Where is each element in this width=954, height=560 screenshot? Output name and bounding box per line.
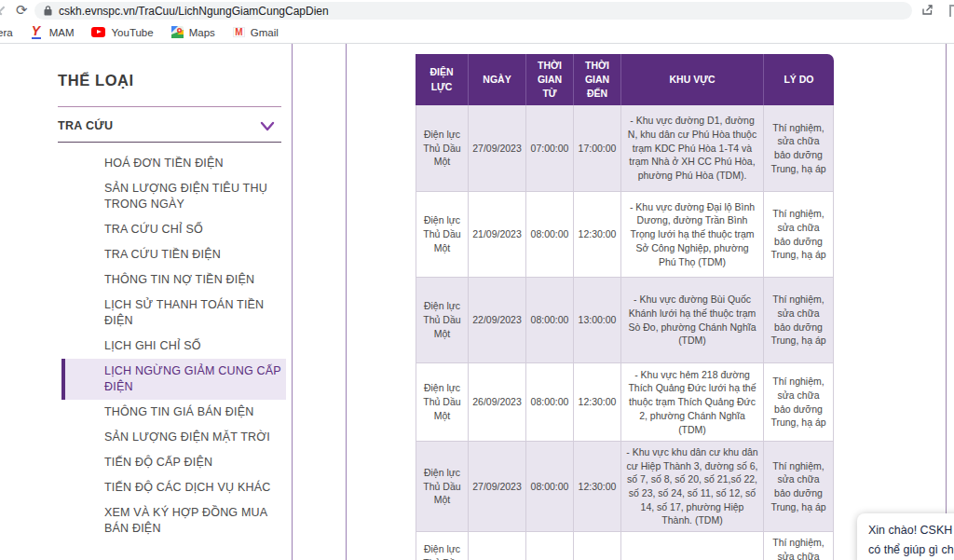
bookmark-youtube[interactable]: YouTube	[91, 27, 153, 38]
bookmark-mam[interactable]: Y MAM	[31, 26, 75, 39]
cell-thoi-gian-den: 12:30:00	[574, 363, 621, 442]
url-bar[interactable]: cskh.evnspc.vn/TraCuu/LichNgungGiamCungC…	[34, 2, 912, 20]
section-divider	[58, 142, 281, 143]
url-text[interactable]: cskh.evnspc.vn/TraCuu/LichNgungGiamCungC…	[59, 5, 329, 18]
sidebar-menu: HOÁ ĐƠN TIỀN ĐIỆN SẢN LƯỢNG ĐIỆN TIÊU TH…	[0, 151, 286, 541]
table-header-cell: NGÀY	[469, 54, 526, 105]
menu-item-label: THÔNG TIN NỢ TIỀN ĐIỆN	[104, 273, 254, 286]
bookmark-label: Maps	[189, 27, 215, 38]
cell-dien-luc: Điện lực Thủ Dầu Một	[416, 442, 469, 532]
table-row: Điện lực Thủ Dầu Một 26/09/2023 08:00:00…	[416, 363, 834, 442]
cell-ngay: 27/09/2023	[469, 442, 526, 532]
cell-ly-do: Thí nghiệm, sửa chữa bảo dưỡng Trung, hạ…	[764, 105, 834, 192]
sidebar-menu-item[interactable]: LỊCH NGỪNG GIẢM CUNG CẤP ĐIỆN	[61, 359, 286, 400]
chat-greeting-line1: Xin chào! CSKH EVNSPC	[868, 521, 954, 540]
outage-schedule-table-wrap: ĐIỆN LỰC NGÀY THỜI GIAN TỪ THỜI GIAN ĐẾN…	[416, 54, 834, 560]
sidebar-menu-item[interactable]: TRA CỨU CHỈ SỐ	[61, 217, 286, 242]
section-tra-cuu[interactable]: TRA CỨU	[58, 119, 275, 132]
menu-item-label: THÔNG TIN GIÁ BÁN ĐIỆN	[104, 405, 253, 418]
menu-item-label: TIẾN ĐỘ CÁC DỊCH VỤ KHÁC	[104, 481, 270, 494]
bookmark-era[interactable]: era	[0, 27, 13, 38]
table-header-cell: THỜI GIAN ĐẾN	[574, 54, 621, 105]
sidebar-menu-item[interactable]: SẢN LƯỢNG ĐIỆN TIÊU THỤ TRONG NGÀY	[61, 176, 286, 217]
content-divider-line	[346, 44, 347, 560]
chat-greeting-tooltip[interactable]: Xin chào! CSKH EVNSPC có thể giúp gì cho…	[857, 513, 954, 560]
sidebar-menu-item[interactable]: THÔNG TIN NỢ TIỀN ĐIỆN	[61, 267, 286, 293]
sidebar-menu-item[interactable]: TIẾN ĐỘ CÁC DỊCH VỤ KHÁC	[61, 475, 286, 500]
cell-ly-do: Thí nghiệm, sửa chữa bảo dưỡng Trung, hạ…	[764, 278, 834, 363]
menu-item-label: LỊCH SỬ THANH TOÁN TIỀN ĐIỆN	[104, 298, 264, 327]
cell-khu-vuc: - Khu vực đường Bùi Quốc Khánh lưới hạ t…	[621, 278, 764, 363]
cell-thoi-gian-tu: 07:00:00	[526, 105, 574, 192]
table-row: Điện lực Thủ Dầu Một Thí nghiệm, sửa chữ…	[416, 532, 834, 560]
cell-ngay: 27/09/2023	[469, 105, 526, 192]
table-row: Điện lực Thủ Dầu Một 27/09/2023 07:00:00…	[416, 105, 834, 192]
sidebar-menu-item[interactable]: LỊCH SỬ THANH TOÁN TIỀN ĐIỆN	[61, 293, 286, 334]
share-icon[interactable]	[920, 3, 934, 17]
cell-ly-do: Thí nghiệm, sửa chữa bảo dưỡng Trung, hạ…	[764, 532, 834, 560]
page: { "browser": { "url": "cskh.evnspc.vn/Tr…	[0, 0, 954, 560]
table-header-row: ĐIỆN LỰC NGÀY THỜI GIAN TỪ THỜI GIAN ĐẾN…	[416, 54, 834, 105]
title-divider	[58, 106, 281, 107]
sidebar-menu-item[interactable]: SẢN LƯỢNG ĐIỆN MẶT TRỜI	[61, 425, 286, 450]
back-arrow-icon[interactable]	[0, 7, 7, 16]
sidebar-menu-item[interactable]: LỊCH GHI CHỈ SỐ	[61, 334, 286, 359]
cell-ngay: 22/09/2023	[469, 278, 526, 363]
menu-item-label: XEM VÀ KÝ HỢP ĐỒNG MUA BÁN ĐIỆN	[104, 506, 267, 535]
outage-schedule-table: ĐIỆN LỰC NGÀY THỜI GIAN TỪ THỜI GIAN ĐẾN…	[416, 54, 834, 560]
table-header-cell: LÝ DO	[764, 54, 834, 105]
sidebar-menu-item[interactable]: XEM VÀ KÝ HỢP ĐỒNG MUA BÁN ĐIỆN	[61, 500, 286, 541]
cell-thoi-gian-tu: 08:00:00	[526, 278, 574, 363]
bookmarks-bar: era Y MAM YouTube Maps M Gmail	[0, 21, 954, 43]
browser-chrome: ⟳ cskh.evnspc.vn/TraCuu/LichNgungGiamCun…	[0, 0, 954, 44]
chevron-down-icon[interactable]	[260, 121, 275, 131]
chat-greeting-line2: có thể giúp gì cho bạn	[868, 540, 954, 560]
youtube-favicon	[91, 27, 105, 37]
maps-favicon	[171, 26, 184, 38]
menu-item-label: TRA CỨU CHỈ SỐ	[104, 223, 203, 236]
menu-item-label: TIẾN ĐỘ CẤP ĐIỆN	[104, 456, 212, 469]
bookmark-maps[interactable]: Maps	[171, 26, 215, 38]
sidebar-menu-item[interactable]: THÔNG TIN GIÁ BÁN ĐIỆN	[61, 400, 286, 425]
cell-thoi-gian-den: 13:00:00	[574, 278, 621, 363]
cell-dien-luc: Điện lực Thủ Dầu Một	[416, 105, 469, 192]
bookmark-gmail[interactable]: M Gmail	[233, 27, 279, 38]
sidebar-menu-item[interactable]: HOÁ ĐƠN TIỀN ĐIỆN	[61, 151, 286, 176]
section-label: TRA CỨU	[58, 119, 113, 132]
cell-thoi-gian-tu: 08:00:00	[526, 192, 574, 278]
cell-ngay	[469, 532, 526, 560]
table-header-cell: KHU VỰC	[621, 54, 764, 105]
table-header-cell: ĐIỆN LỰC	[416, 54, 469, 105]
cell-thoi-gian-tu	[526, 532, 574, 560]
bookmark-label: YouTube	[111, 27, 153, 38]
cell-ly-do: Thí nghiệm, sửa chữa bảo dưỡng Trung, hạ…	[764, 442, 834, 532]
sidebar-menu-item[interactable]: TIẾN ĐỘ CẤP ĐIỆN	[61, 450, 286, 475]
cell-khu-vuc	[621, 532, 764, 560]
cell-thoi-gian-tu: 08:00:00	[526, 363, 574, 442]
cell-thoi-gian-tu: 08:00:00	[526, 442, 574, 532]
omnibox-row: ⟳ cskh.evnspc.vn/TraCuu/LichNgungGiamCun…	[0, 0, 954, 21]
menu-item-label: SẢN LƯỢNG ĐIỆN TIÊU THỤ TRONG NGÀY	[104, 182, 267, 211]
cell-thoi-gian-den: 17:00:00	[574, 105, 621, 192]
cell-ngay: 21/09/2023	[469, 192, 526, 278]
cell-khu-vuc: - Khu vực đường D1, đường N, khu dân cư …	[621, 105, 764, 192]
cell-dien-luc: Điện lực Thủ Dầu Một	[416, 532, 469, 560]
mam-favicon: Y	[31, 26, 44, 39]
cell-dien-luc: Điện lực Thủ Dầu Một	[416, 278, 469, 363]
cell-thoi-gian-den	[574, 532, 621, 560]
menu-item-label: LỊCH NGỪNG GIẢM CUNG CẤP ĐIỆN	[104, 364, 281, 393]
table-row: Điện lực Thủ Dầu Một 22/09/2023 08:00:00…	[416, 278, 834, 363]
cell-ngay: 26/09/2023	[469, 363, 526, 442]
table-row: Điện lực Thủ Dầu Một 27/09/2023 08:00:00…	[416, 442, 834, 532]
sidebar-menu-item[interactable]: TRA CỨU TIỀN ĐIỆN	[61, 242, 286, 267]
menu-item-label: LỊCH GHI CHỈ SỐ	[104, 339, 201, 352]
table-header-cell: THỜI GIAN TỪ	[526, 54, 574, 105]
reload-icon[interactable]: ⟳	[16, 1, 28, 20]
truncated-toolbar-icon[interactable]	[949, 5, 954, 17]
page-right-border	[946, 44, 947, 560]
cell-dien-luc: Điện lực Thủ Dầu Một	[416, 192, 469, 278]
cell-thoi-gian-den: 12:30:00	[574, 192, 621, 278]
bookmark-label: MAM	[49, 27, 75, 38]
cell-ly-do: Thí nghiệm, sửa chữa bảo dưỡng Trung, hạ…	[764, 363, 834, 442]
cell-khu-vuc: - Khu vực hẻm 218 đường Thích Quảng Đức …	[621, 363, 764, 442]
